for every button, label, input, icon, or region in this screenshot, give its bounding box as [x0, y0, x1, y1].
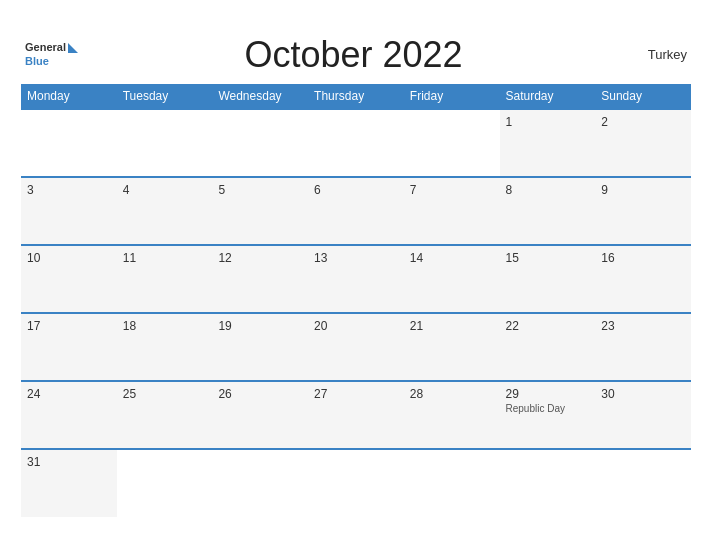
day-number: 22	[506, 319, 590, 333]
logo-triangle-icon	[68, 43, 78, 53]
calendar-day-cell: 5	[212, 177, 308, 245]
calendar-day-cell: 23	[595, 313, 691, 381]
calendar-table: MondayTuesdayWednesdayThursdayFridaySatu…	[21, 84, 691, 517]
calendar-day-cell	[117, 449, 213, 517]
calendar-day-cell: 16	[595, 245, 691, 313]
month-title: October 2022	[80, 34, 627, 76]
weekday-header-thursday: Thursday	[308, 84, 404, 109]
calendar-day-cell: 9	[595, 177, 691, 245]
calendar-day-cell: 12	[212, 245, 308, 313]
calendar-day-cell: 11	[117, 245, 213, 313]
day-number: 11	[123, 251, 207, 265]
day-number: 20	[314, 319, 398, 333]
weekday-header-monday: Monday	[21, 84, 117, 109]
day-number: 26	[218, 387, 302, 401]
calendar-day-cell	[117, 109, 213, 177]
weekday-header-tuesday: Tuesday	[117, 84, 213, 109]
logo: General Blue	[25, 41, 80, 67]
day-number: 29	[506, 387, 590, 401]
weekday-header-wednesday: Wednesday	[212, 84, 308, 109]
calendar-week-row: 12	[21, 109, 691, 177]
logo-blue-text: Blue	[25, 55, 66, 68]
weekday-header-friday: Friday	[404, 84, 500, 109]
day-number: 14	[410, 251, 494, 265]
country-label: Turkey	[627, 47, 687, 62]
day-number: 28	[410, 387, 494, 401]
day-number: 27	[314, 387, 398, 401]
calendar-day-cell	[212, 109, 308, 177]
calendar-day-cell	[21, 109, 117, 177]
day-number: 19	[218, 319, 302, 333]
calendar-week-row: 242526272829Republic Day30	[21, 381, 691, 449]
day-number: 6	[314, 183, 398, 197]
calendar-day-cell: 8	[500, 177, 596, 245]
calendar-day-cell: 4	[117, 177, 213, 245]
day-number: 16	[601, 251, 685, 265]
day-number: 25	[123, 387, 207, 401]
calendar-day-cell: 29Republic Day	[500, 381, 596, 449]
calendar-day-cell: 28	[404, 381, 500, 449]
calendar-day-cell: 25	[117, 381, 213, 449]
day-number: 17	[27, 319, 111, 333]
calendar-day-cell: 1	[500, 109, 596, 177]
calendar-week-row: 31	[21, 449, 691, 517]
calendar-day-cell	[500, 449, 596, 517]
calendar-day-cell	[308, 449, 404, 517]
calendar-week-row: 17181920212223	[21, 313, 691, 381]
day-number: 3	[27, 183, 111, 197]
calendar-day-cell: 26	[212, 381, 308, 449]
day-number: 12	[218, 251, 302, 265]
calendar-day-cell: 27	[308, 381, 404, 449]
calendar-day-cell: 14	[404, 245, 500, 313]
day-number: 9	[601, 183, 685, 197]
calendar-day-cell: 7	[404, 177, 500, 245]
calendar-day-cell: 18	[117, 313, 213, 381]
calendar-day-cell	[308, 109, 404, 177]
weekday-header-saturday: Saturday	[500, 84, 596, 109]
calendar-day-cell: 22	[500, 313, 596, 381]
calendar-week-row: 10111213141516	[21, 245, 691, 313]
calendar-day-cell: 30	[595, 381, 691, 449]
calendar-day-cell: 13	[308, 245, 404, 313]
day-number: 8	[506, 183, 590, 197]
logo-general-text: General	[25, 41, 66, 54]
calendar-week-row: 3456789	[21, 177, 691, 245]
day-number: 1	[506, 115, 590, 129]
calendar-day-cell: 6	[308, 177, 404, 245]
day-number: 23	[601, 319, 685, 333]
calendar-day-cell	[212, 449, 308, 517]
calendar-day-cell: 2	[595, 109, 691, 177]
day-event: Republic Day	[506, 403, 590, 414]
day-number: 15	[506, 251, 590, 265]
calendar-day-cell: 24	[21, 381, 117, 449]
calendar-day-cell: 10	[21, 245, 117, 313]
day-number: 10	[27, 251, 111, 265]
calendar-day-cell: 21	[404, 313, 500, 381]
calendar-day-cell: 20	[308, 313, 404, 381]
day-number: 30	[601, 387, 685, 401]
calendar-header: General Blue October 2022 Turkey	[21, 34, 691, 76]
calendar-day-cell: 19	[212, 313, 308, 381]
day-number: 7	[410, 183, 494, 197]
calendar-day-cell: 3	[21, 177, 117, 245]
weekday-header-row: MondayTuesdayWednesdayThursdayFridaySatu…	[21, 84, 691, 109]
weekday-header-sunday: Sunday	[595, 84, 691, 109]
calendar: General Blue October 2022 Turkey MondayT…	[11, 24, 701, 527]
day-number: 24	[27, 387, 111, 401]
calendar-day-cell: 31	[21, 449, 117, 517]
calendar-day-cell	[404, 449, 500, 517]
calendar-day-cell	[595, 449, 691, 517]
day-number: 21	[410, 319, 494, 333]
calendar-day-cell	[404, 109, 500, 177]
logo-text: General Blue	[25, 41, 66, 67]
day-number: 18	[123, 319, 207, 333]
day-number: 5	[218, 183, 302, 197]
day-number: 2	[601, 115, 685, 129]
calendar-day-cell: 15	[500, 245, 596, 313]
calendar-header-row: MondayTuesdayWednesdayThursdayFridaySatu…	[21, 84, 691, 109]
calendar-day-cell: 17	[21, 313, 117, 381]
day-number: 13	[314, 251, 398, 265]
day-number: 4	[123, 183, 207, 197]
calendar-body: 1234567891011121314151617181920212223242…	[21, 109, 691, 517]
day-number: 31	[27, 455, 111, 469]
